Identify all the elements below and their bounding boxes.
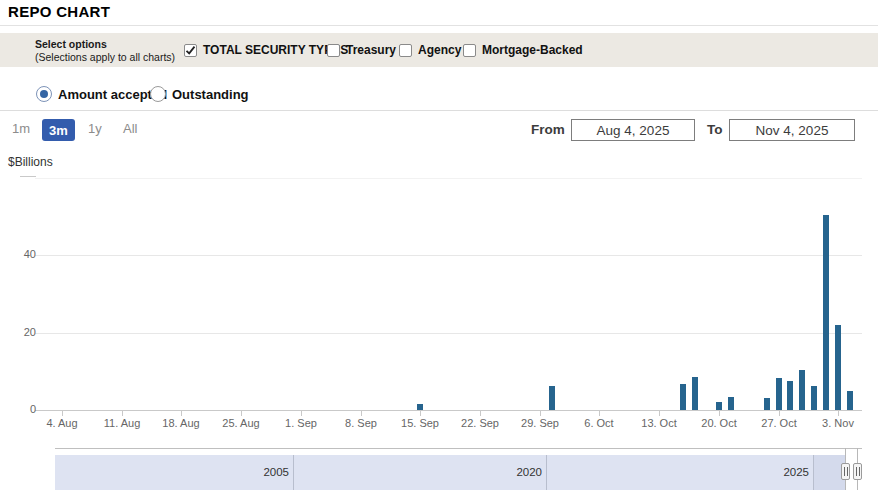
chart-bar-29-oct[interactable]	[799, 370, 805, 410]
y-axis-label: 40	[8, 248, 36, 260]
x-axis-label: 6. Oct	[569, 417, 629, 429]
handle-grip	[844, 467, 845, 476]
to-label: To	[707, 122, 723, 137]
x-axis-tick	[241, 410, 242, 416]
checkbox-total-security-types[interactable]: TOTAL SECURITY TYPES	[184, 33, 348, 67]
checkbox-mortgage-backed[interactable]: Mortgage-Backed	[463, 33, 583, 67]
checkbox-unchecked-icon[interactable]	[327, 44, 340, 57]
range-preset-all[interactable]: All	[123, 121, 137, 136]
chart-bar-24-oct[interactable]	[764, 398, 770, 410]
checkbox-checked-icon[interactable]	[184, 44, 197, 57]
chart-bar-27-oct[interactable]	[776, 378, 782, 410]
chart-bar-16-oct[interactable]	[692, 377, 698, 410]
chart-bar-15-sep[interactable]	[417, 404, 423, 410]
x-axis-tick	[838, 410, 839, 416]
y-axis-title-tick	[20, 176, 36, 177]
x-axis-label: 8. Sep	[331, 417, 391, 429]
checkbox-agency[interactable]: Agency	[399, 33, 461, 67]
y-axis-title: $Billions	[8, 155, 53, 169]
radio-dot	[40, 90, 48, 98]
range-preset-1m[interactable]: 1m	[12, 121, 30, 136]
navigator-mask[interactable]	[55, 455, 813, 490]
x-axis-tick	[122, 410, 123, 416]
x-axis-label: 18. Aug	[151, 417, 211, 429]
x-axis-label: 4. Aug	[32, 417, 92, 429]
y-axis-label: 0	[8, 403, 36, 415]
x-axis-tick	[361, 410, 362, 416]
x-axis-tick	[599, 410, 600, 416]
x-axis-tick	[62, 410, 63, 416]
checkbox-label: Treasury	[346, 43, 396, 57]
x-axis-label: 15. Sep	[390, 417, 450, 429]
x-axis-tick	[779, 410, 780, 416]
page-title: REPO CHART	[8, 3, 110, 20]
checkbox-unchecked-icon[interactable]	[463, 44, 476, 57]
navigator-left-handle[interactable]	[841, 463, 850, 480]
title-divider	[0, 25, 878, 26]
to-date-input[interactable]	[729, 119, 855, 141]
navigator-year-tick	[813, 455, 814, 490]
section-divider	[0, 110, 878, 111]
x-axis-tick	[719, 410, 720, 416]
handle-grip	[856, 467, 857, 476]
handle-grip	[847, 467, 848, 476]
x-axis-tick	[480, 410, 481, 416]
repo-chart-page: REPO CHART Select options (Selections ap…	[0, 0, 878, 497]
checkbox-label: Mortgage-Backed	[482, 43, 583, 57]
radio-amount-accepted[interactable]: Amount accepted	[36, 84, 167, 104]
select-options-line2: (Selections apply to all charts)	[35, 51, 175, 64]
chart-bar-4-nov[interactable]	[847, 391, 853, 410]
select-options-label: Select options (Selections apply to all …	[35, 38, 175, 63]
chart-bar-3-nov[interactable]	[835, 325, 841, 410]
checkbox-treasury[interactable]: Treasury	[327, 33, 396, 67]
x-axis-label: 20. Oct	[689, 417, 749, 429]
navigator-year-label: 2020	[472, 466, 542, 478]
gridline-40	[35, 255, 862, 256]
from-label: From	[531, 122, 565, 137]
range-preset-3m[interactable]: 3m	[42, 119, 75, 141]
navigator-year-tick	[546, 455, 547, 490]
x-axis-line	[35, 410, 862, 411]
x-axis-label: 3. Nov	[808, 417, 868, 429]
chart-bar-30-sep[interactable]	[549, 386, 555, 410]
chart-bar-15-oct[interactable]	[680, 384, 686, 410]
range-preset-1y[interactable]: 1y	[88, 121, 102, 136]
handle-grip	[859, 467, 860, 476]
y-axis-label: 20	[8, 326, 36, 338]
chart-bar-28-oct[interactable]	[787, 381, 793, 410]
select-options-line1: Select options	[35, 38, 175, 51]
chart-bar-20-oct[interactable]	[716, 402, 722, 410]
navigator-right-handle[interactable]	[853, 463, 862, 480]
x-axis-label: 29. Sep	[510, 417, 570, 429]
radio-outstanding[interactable]: Outstanding	[150, 84, 249, 104]
x-axis-label: 1. Sep	[271, 417, 331, 429]
x-axis-tick	[420, 410, 421, 416]
gridline-60	[35, 178, 862, 179]
x-axis-label: 25. Aug	[211, 417, 271, 429]
from-date-input[interactable]	[571, 119, 695, 141]
security-type-options-bar: Select options (Selections apply to all …	[0, 33, 878, 67]
x-axis-label: 13. Oct	[629, 417, 689, 429]
gridline-20	[35, 333, 862, 334]
x-axis-tick	[540, 410, 541, 416]
chart-bar-31-oct[interactable]	[823, 215, 829, 410]
x-axis-label: 11. Aug	[92, 417, 152, 429]
navigator-year-tick	[293, 455, 294, 490]
navigator-year-label: 2025	[739, 466, 809, 478]
checkbox-label: Agency	[418, 43, 461, 57]
checkbox-unchecked-icon[interactable]	[399, 44, 412, 57]
radio-unselected-icon[interactable]	[150, 86, 166, 102]
x-axis-label: 27. Oct	[749, 417, 809, 429]
x-axis-label: 22. Sep	[450, 417, 510, 429]
chart-bar-30-oct[interactable]	[811, 386, 817, 410]
radio-selected-icon[interactable]	[36, 86, 52, 102]
navigator-year-label: 2005	[219, 466, 289, 478]
x-axis-tick	[181, 410, 182, 416]
x-axis-tick	[301, 410, 302, 416]
x-axis-tick	[659, 410, 660, 416]
chart-bar-21-oct[interactable]	[728, 397, 734, 410]
radio-label: Outstanding	[172, 87, 249, 102]
navigator-outline	[55, 448, 862, 449]
